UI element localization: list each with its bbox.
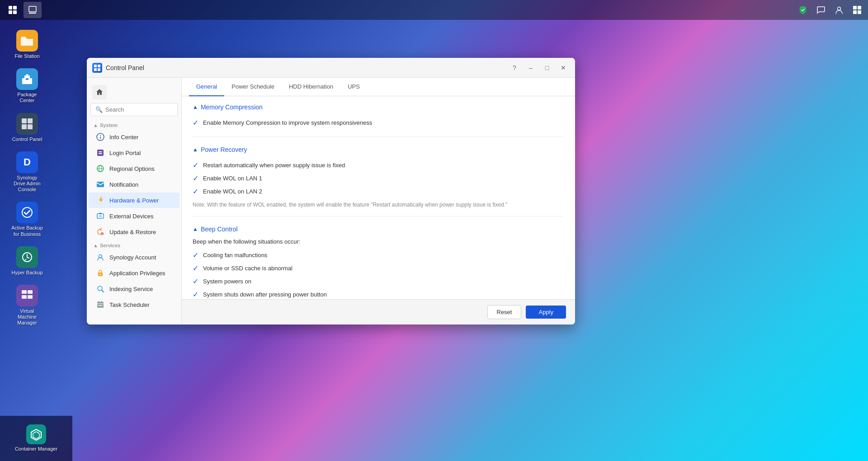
sidebar: 🔍 ▲ System Info Ce	[87, 78, 182, 325]
svg-rect-57	[100, 305, 101, 306]
sidebar-item-synology-account[interactable]: Synology Account	[89, 249, 179, 265]
svg-rect-3	[13, 10, 17, 14]
search-input[interactable]	[105, 106, 173, 113]
desktop-icon-control-panel[interactable]: Control Panel	[9, 110, 45, 145]
svg-rect-0	[9, 6, 12, 9]
sidebar-label-update-restore: Update & Restore	[109, 229, 156, 235]
tab-power-schedule[interactable]: Power Schedule	[224, 78, 282, 96]
main-content: General Power Schedule HDD Hibernation U…	[182, 78, 575, 325]
power-recovery-item-1: ✓ Enable WOL on LAN 1	[193, 172, 564, 185]
svg-rect-23	[22, 295, 27, 299]
memory-compression-header[interactable]: ▲ Memory Compression	[193, 103, 564, 111]
desktop-icon-file-station[interactable]: File Station	[9, 27, 45, 62]
content-area: ▲ Memory Compression ✓ Enable Memory Com…	[182, 96, 575, 299]
desktop-icon-synology-drive[interactable]: D Synology Drive Admin Console	[9, 149, 45, 196]
sidebar-item-application-privileges[interactable]: Application Privileges	[89, 265, 179, 281]
sidebar-item-hardware-power[interactable]: Hardware & Power	[89, 193, 179, 208]
sidebar-label-login-portal: Login Portal	[109, 150, 141, 156]
beep-label-3: System shuts down after pressing power b…	[203, 291, 327, 298]
sidebar-label-synology-account: Synology Account	[109, 254, 156, 261]
beep-control-section: ▲ Beep Control Beep when the following s…	[193, 226, 564, 299]
svg-rect-9	[853, 10, 857, 14]
desktop-icon-virtual-machine[interactable]: Virtual Machine Manager	[9, 282, 45, 329]
info-center-icon	[96, 132, 105, 141]
svg-rect-53	[99, 301, 99, 303]
window-minimize-button[interactable]: –	[524, 61, 537, 74]
beep-control-header[interactable]: ▲ Beep Control	[193, 226, 564, 233]
svg-point-19	[22, 207, 32, 217]
beep-check-0: ✓	[193, 251, 198, 259]
indexing-service-icon	[96, 284, 105, 293]
desktop: File Station Package Center	[0, 0, 868, 461]
svg-rect-18	[28, 124, 33, 129]
desktop-icon-package-center[interactable]: Package Center	[9, 66, 45, 106]
svg-rect-7	[853, 6, 857, 9]
svg-rect-52	[97, 302, 104, 308]
sidebar-label-notification: Notification	[109, 181, 138, 188]
tab-general[interactable]: General	[189, 78, 224, 96]
tab-ups[interactable]: UPS	[340, 78, 367, 96]
desktop-icon-label-hyper-backup: Hyper Backup	[11, 270, 42, 276]
sidebar-item-update-restore[interactable]: Update & Restore	[89, 224, 179, 240]
power-recovery-section: ▲ Power Recovery ✓ Restart automatically…	[193, 146, 564, 216]
sidebar-item-regional-options[interactable]: Regional Options	[89, 161, 179, 176]
reset-button[interactable]: Reset	[487, 305, 522, 319]
svg-rect-28	[98, 65, 100, 67]
power-recovery-note-text: Note: With the feature of WOL enabled, t…	[193, 202, 507, 208]
memory-compression-title: Memory Compression	[201, 103, 263, 111]
desktop-icon-hyper-backup[interactable]: Hyper Backup	[9, 244, 45, 278]
desktop-icon-label-active-backup: Active Backup for Business	[11, 225, 43, 237]
window-help-button[interactable]: ?	[508, 61, 521, 74]
desktop-icon-active-backup[interactable]: Active Backup for Business	[9, 199, 45, 240]
window-title-text: Control Panel	[106, 64, 144, 71]
user-tray-icon[interactable]	[832, 3, 846, 17]
beep-control-description: Beep when the following situations occur…	[193, 238, 564, 245]
grid-tray-icon[interactable]	[850, 3, 864, 17]
svg-rect-40	[97, 182, 104, 187]
power-recovery-header[interactable]: ▲ Power Recovery	[193, 146, 564, 153]
svg-rect-5	[29, 13, 36, 14]
window-close-button[interactable]: ✕	[557, 61, 570, 74]
sidebar-home-button[interactable]	[92, 85, 107, 99]
section-chevron-services: ▲	[93, 243, 98, 248]
beep-item-1: ✓ Volume or SSD cache is abnormal	[193, 262, 564, 275]
svg-rect-17	[22, 124, 27, 129]
control-panel-window: Control Panel ? – □ ✕ 🔍	[87, 58, 575, 325]
beep-check-2: ✓	[193, 277, 198, 286]
svg-rect-2	[9, 10, 12, 14]
window-footer: Reset Apply	[182, 299, 575, 325]
tab-hdd-hibernation[interactable]: HDD Hibernation	[282, 78, 340, 96]
tabs-bar: General Power Schedule HDD Hibernation U…	[182, 78, 575, 96]
sidebar-label-application-privileges: Application Privileges	[109, 270, 165, 277]
chat-tray-icon[interactable]	[814, 3, 828, 17]
beep-label-2: System powers on	[203, 278, 251, 285]
beep-control-title: Beep Control	[201, 226, 238, 233]
chevron-power-recovery: ▲	[193, 146, 198, 153]
synology-account-icon	[96, 253, 105, 262]
window-body: 🔍 ▲ System Info Ce	[87, 78, 575, 325]
sidebar-item-indexing-service[interactable]: Indexing Service	[89, 281, 179, 296]
sidebar-item-external-devices[interactable]: External Devices	[89, 208, 179, 224]
apps-menu-button[interactable]	[4, 2, 22, 18]
active-app-button[interactable]	[24, 2, 42, 18]
sidebar-search[interactable]: 🔍	[90, 103, 178, 116]
chevron-memory-compression: ▲	[193, 104, 198, 110]
beep-item-3: ✓ System shuts down after pressing power…	[193, 288, 564, 299]
sidebar-home	[87, 81, 181, 103]
external-devices-icon	[96, 212, 105, 221]
taskbar-bottom-container-manager[interactable]: Container Manager	[0, 416, 72, 461]
notification-icon	[96, 180, 105, 189]
window-maximize-button[interactable]: □	[541, 61, 553, 74]
apply-button[interactable]: Apply	[526, 306, 566, 319]
sidebar-item-info-center[interactable]: Info Center	[89, 129, 179, 145]
sidebar-label-task-scheduler: Task Scheduler	[109, 301, 150, 308]
section-chevron-system: ▲	[93, 122, 98, 128]
power-recovery-item-2: ✓ Enable WOL on LAN 2	[193, 185, 564, 198]
sidebar-item-notification[interactable]: Notification	[89, 177, 179, 192]
shield-tray-icon[interactable]	[796, 3, 810, 17]
power-recovery-check-1: ✓	[193, 174, 198, 183]
sidebar-item-login-portal[interactable]: Login Portal	[89, 145, 179, 160]
sidebar-item-task-scheduler[interactable]: Task Scheduler	[89, 297, 179, 312]
search-icon: 🔍	[95, 106, 103, 113]
svg-rect-10	[858, 10, 861, 14]
